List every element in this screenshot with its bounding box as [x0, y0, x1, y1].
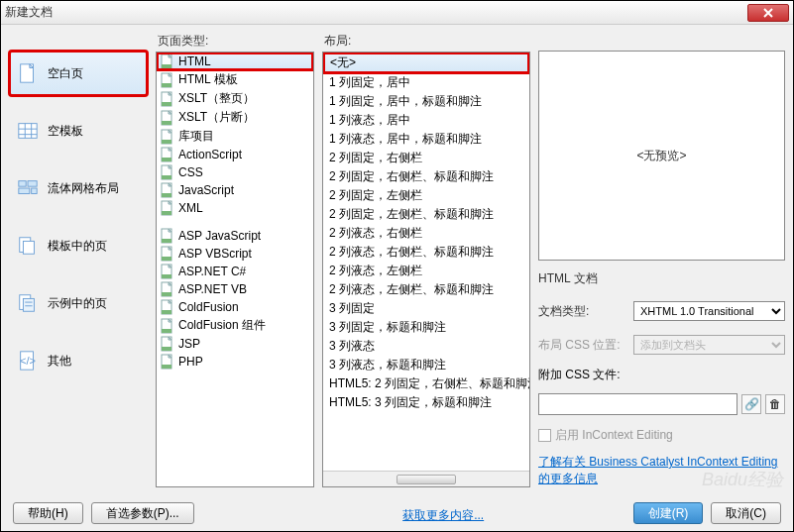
fluid-grid-icon [16, 176, 40, 200]
list-item[interactable]: 1 列固定，居中 [323, 73, 529, 92]
scrollbar-thumb[interactable] [397, 475, 456, 484]
list-item[interactable]: 3 列液态 [323, 337, 529, 356]
window-title: 新建文档 [5, 4, 747, 21]
list-item[interactable]: 1 列液态，居中，标题和脚注 [323, 130, 529, 149]
sidebar-item-blank-page[interactable]: 空白页 [9, 51, 148, 96]
svg-rect-13 [23, 298, 34, 311]
list-item[interactable]: JSP [157, 335, 313, 353]
list-item[interactable]: 2 列液态，右侧栏 [323, 224, 529, 243]
svg-text:</>: </> [20, 355, 36, 367]
sidebar-item-other[interactable]: </> 其他 [9, 338, 148, 383]
list-item[interactable]: ColdFusion 组件 [157, 316, 313, 335]
list-item[interactable]: HTML5: 2 列固定，右侧栏、标题和脚注 [323, 374, 529, 393]
list-item[interactable]: 2 列固定，左侧栏 [323, 186, 529, 205]
list-item[interactable]: HTML 模板 [157, 70, 313, 89]
file-icon [161, 246, 174, 262]
layout-listbox[interactable]: <无>1 列固定，居中1 列固定，居中，标题和脚注1 列液态，居中1 列液态，居… [322, 52, 530, 487]
list-item[interactable]: 2 列固定，右侧栏、标题和脚注 [323, 167, 529, 186]
other-icon: </> [16, 349, 40, 372]
svg-rect-47 [162, 329, 171, 333]
svg-rect-39 [162, 257, 171, 261]
list-item[interactable]: ASP.NET C# [157, 263, 313, 280]
list-item[interactable]: 3 列固定 [323, 299, 529, 318]
list-item[interactable]: 1 列固定，居中，标题和脚注 [323, 92, 529, 111]
list-item-label: 1 列液态，居中，标题和脚注 [329, 131, 482, 148]
create-button[interactable]: 创建(R) [633, 502, 704, 524]
svg-rect-31 [162, 175, 171, 179]
list-item[interactable]: 库项目 [157, 127, 313, 146]
cancel-button[interactable]: 取消(C) [711, 502, 781, 524]
sidebar-item-blank-template[interactable]: 空模板 [9, 108, 148, 154]
category-sidebar: 空白页 空模板 流体网格布局 模板中的页 示例中的页 </> 其他 [9, 33, 148, 487]
csspos-label: 布局 CSS 位置: [538, 337, 627, 354]
svg-rect-37 [162, 239, 171, 243]
prefs-button[interactable]: 首选参数(P)... [91, 502, 194, 524]
list-item[interactable]: 3 列固定，标题和脚注 [323, 318, 529, 337]
attach-link-button[interactable]: 🔗 [741, 394, 761, 414]
blank-page-icon [16, 61, 40, 85]
svg-rect-29 [162, 158, 171, 161]
list-item[interactable]: 1 列液态，居中 [323, 111, 529, 130]
file-icon [161, 53, 174, 69]
list-item[interactable]: XSLT（整页） [157, 89, 313, 108]
list-item-label: ActionScript [178, 148, 242, 161]
more-content-link[interactable]: 获取更多内容... [402, 507, 484, 524]
doctype-select[interactable]: XHTML 1.0 Transitional [633, 301, 785, 321]
list-item[interactable]: 3 列液态，标题和脚注 [323, 356, 529, 374]
attach-css-label: 附加 CSS 文件: [538, 367, 785, 383]
list-item-label: HTML 模板 [178, 71, 238, 88]
list-item[interactable]: 2 列固定，左侧栏、标题和脚注 [323, 205, 529, 224]
sidebar-label: 模板中的页 [48, 238, 107, 255]
list-item[interactable]: HTML5: 3 列固定，标题和脚注 [323, 393, 529, 412]
incontext-link[interactable]: 了解有关 Business Catalyst InContext Editing… [538, 454, 785, 487]
sidebar-label: 其他 [48, 353, 71, 370]
close-button[interactable] [747, 4, 789, 22]
list-item-label: 3 列固定 [329, 300, 375, 317]
list-item[interactable]: 2 列固定，右侧栏 [323, 149, 529, 167]
help-button[interactable]: 帮助(H) [13, 502, 83, 524]
list-item-label: 3 列液态，标题和脚注 [329, 357, 446, 373]
list-item[interactable]: ASP VBScript [157, 245, 313, 263]
list-item[interactable]: HTML [157, 53, 313, 70]
incontext-checkbox[interactable] [538, 429, 551, 442]
sidebar-item-page-from-sample[interactable]: 示例中的页 [9, 280, 148, 326]
incontext-label: 启用 InContext Editing [555, 427, 673, 444]
list-item-label: 2 列液态，左侧栏、标题和脚注 [329, 281, 494, 298]
attach-css-box[interactable] [538, 393, 737, 415]
list-item-label: 2 列固定，左侧栏 [329, 187, 422, 204]
svg-rect-41 [162, 274, 171, 278]
file-icon [161, 91, 174, 107]
list-item-label: XSLT（整页） [178, 90, 255, 107]
list-item[interactable]: 2 列液态，右侧栏、标题和脚注 [323, 243, 529, 262]
page-type-listbox[interactable]: HTMLHTML 模板XSLT（整页）XSLT（片断）库项目ActionScri… [156, 52, 314, 487]
doctype-label: 文档类型: [538, 303, 627, 320]
list-item[interactable]: ASP.NET VB [157, 280, 313, 298]
list-item-label: ASP VBScript [178, 247, 252, 261]
list-item[interactable]: ColdFusion [157, 298, 313, 316]
list-item-label: 2 列固定，右侧栏 [329, 150, 422, 166]
list-item[interactable]: ActionScript [157, 146, 313, 163]
list-item[interactable]: <无> [323, 53, 529, 73]
list-item[interactable]: CSS [157, 163, 313, 181]
list-item[interactable]: JavaScript [157, 181, 313, 199]
sidebar-label: 流体网格布局 [48, 180, 119, 197]
list-item[interactable]: XML [157, 199, 313, 217]
list-item[interactable]: 2 列液态，左侧栏 [323, 262, 529, 280]
list-item[interactable]: 2 列液态，左侧栏、标题和脚注 [323, 280, 529, 299]
svg-rect-35 [162, 211, 171, 215]
sidebar-item-fluid-grid[interactable]: 流体网格布局 [9, 165, 148, 211]
csspos-row: 布局 CSS 位置: 添加到文档头 [538, 335, 785, 355]
preview-text: <无预览> [636, 148, 686, 164]
list-item[interactable]: ASP JavaScript [157, 227, 313, 245]
list-item[interactable]: XSLT（片断） [157, 108, 313, 127]
close-icon [763, 8, 773, 18]
sidebar-item-page-from-template[interactable]: 模板中的页 [9, 223, 148, 268]
svg-rect-27 [162, 140, 171, 144]
svg-rect-11 [23, 241, 34, 254]
list-item[interactable]: PHP [157, 353, 313, 371]
svg-rect-49 [162, 347, 171, 351]
attach-remove-button[interactable]: 🗑 [765, 394, 785, 414]
list-item-label: XSLT（片断） [178, 109, 255, 126]
list-item-label: 1 列固定，居中 [329, 74, 410, 91]
horizontal-scrollbar[interactable] [323, 471, 529, 486]
